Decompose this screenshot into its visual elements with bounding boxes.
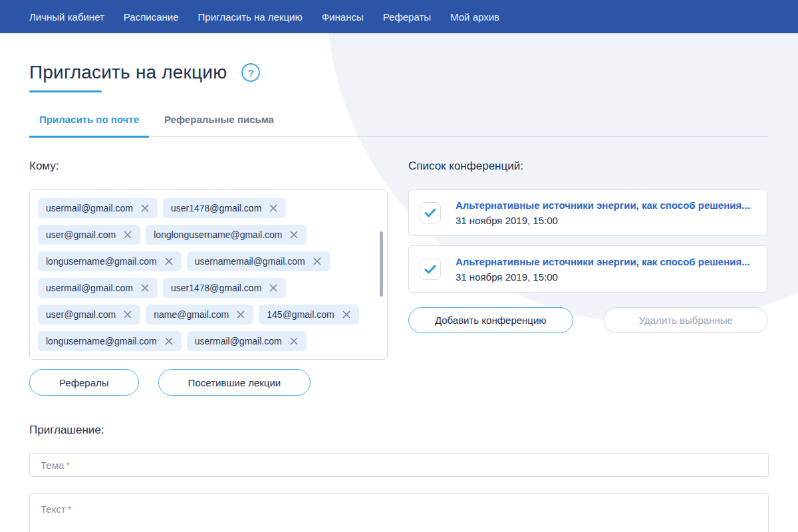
check-icon [424, 265, 436, 274]
conference-title[interactable]: Альтернативные источники энергии, как сп… [456, 200, 750, 211]
email-chip-label: user1478@gmail.com [171, 283, 261, 293]
email-chip-label: usermail@gmail.com [195, 336, 282, 346]
conference-date: 31 ноября 2019, 15:00 [456, 215, 750, 226]
help-glyph: ? [248, 67, 254, 78]
conference-checkbox[interactable] [420, 259, 441, 280]
email-chip: user@gmail.com [38, 305, 140, 325]
top-navigation: Личный кабинет Расписание Пригласить на … [0, 0, 798, 33]
nav-item-schedule[interactable]: Расписание [124, 11, 179, 23]
nav-item-personal-account[interactable]: Личный кабинет [29, 11, 104, 23]
email-chip-label: longlongusername@gmail.com [154, 229, 282, 240]
conference-title[interactable]: Альтернативные источники энергии, как сп… [456, 256, 750, 267]
page-content: Пригласить на лекцию ? Приласить по почт… [0, 62, 798, 532]
conference-date: 31 ноября 2019, 15:00 [456, 271, 750, 283]
remove-email-icon[interactable] [164, 336, 174, 346]
email-chip-label: user1478@gmail.com [171, 203, 261, 213]
email-chip-label: usermail@gmail.com [46, 203, 133, 213]
email-chip: name@gmail.com [146, 305, 253, 325]
subject-input[interactable] [30, 454, 768, 476]
attended-lectures-button[interactable]: Посетившие лекции [158, 369, 311, 396]
nav-item-finances[interactable]: Финансы [322, 11, 364, 23]
scrollbar-thumb[interactable] [380, 231, 383, 297]
title-underline [29, 90, 102, 92]
invitation-label: Приглашение: [29, 424, 769, 437]
nav-item-my-archive[interactable]: Мой архив [450, 11, 499, 23]
email-chip-label: user@gmail.com [46, 309, 116, 320]
email-chip: longusername@gmail.com [38, 331, 182, 351]
email-chip: user1478@gmail.com [163, 278, 286, 298]
nav-item-invite-to-lecture[interactable]: Пригласить на лекцию [198, 11, 303, 23]
conference-card: Альтернативные источники энергии, как сп… [408, 245, 768, 293]
email-chip: usernamemail@gmail.com [187, 251, 330, 271]
remove-email-icon[interactable] [289, 230, 299, 239]
remove-email-icon[interactable] [313, 257, 322, 266]
remove-email-icon[interactable] [236, 310, 245, 319]
email-chips-box[interactable]: usermail@gmail.com user1478@gmail.com us… [29, 189, 388, 360]
remove-email-icon[interactable] [123, 310, 132, 319]
help-icon[interactable]: ? [241, 63, 260, 82]
tab-bar: Приласить по почте Реферальные письма [29, 114, 769, 137]
email-chip-label: user@gmail.com [46, 229, 116, 240]
email-chip: usermail@gmail.com [38, 198, 158, 218]
remove-email-icon[interactable] [269, 283, 278, 293]
email-chip: longlongusername@gmail.com [146, 225, 307, 245]
email-chip-label: 145@gmail.com [267, 309, 334, 320]
remove-email-icon[interactable] [289, 336, 299, 346]
email-chip: longusername@gmail.com [38, 251, 182, 271]
nav-item-referrals[interactable]: Рефераты [383, 11, 431, 23]
remove-email-icon[interactable] [123, 230, 132, 239]
remove-email-icon[interactable] [140, 203, 150, 213]
tab-referral-letters[interactable]: Реферальные письма [154, 114, 284, 136]
conference-card: Альтернативные источники энергии, как сп… [408, 189, 768, 236]
remove-email-icon[interactable] [164, 257, 174, 266]
email-chip-label: usernamemail@gmail.com [195, 256, 305, 267]
email-chip-label: usermail@gmail.com [46, 283, 133, 293]
email-chip: usermail@gmail.com [38, 278, 158, 298]
email-chip: user@gmail.com [38, 225, 140, 245]
remove-email-icon[interactable] [342, 310, 351, 319]
email-chip: 145@gmail.com [259, 305, 358, 325]
remove-email-icon[interactable] [140, 283, 150, 293]
delete-selected-button[interactable]: Удалить выбранные [604, 307, 769, 333]
text-input[interactable] [30, 494, 768, 532]
tab-invite-by-mail[interactable]: Приласить по почте [29, 114, 149, 138]
email-chip: user1478@gmail.com [163, 198, 286, 218]
referrals-button[interactable]: Рефералы [29, 369, 139, 396]
check-icon [424, 208, 436, 217]
subject-field: Тема* [29, 453, 769, 477]
text-field: Текст* [29, 493, 769, 532]
email-chip: usermail@gmail.com [187, 331, 307, 351]
conferences-label: Список конференций: [408, 160, 768, 173]
email-chip-label: longusername@gmail.com [46, 256, 157, 267]
email-chip-label: longusername@gmail.com [46, 336, 157, 346]
remove-email-icon[interactable] [269, 203, 278, 213]
conference-checkbox[interactable] [420, 202, 441, 223]
page-title: Пригласить на лекцию [29, 62, 227, 83]
recipients-label: Кому: [29, 160, 388, 173]
add-conference-button[interactable]: Добавить конференцию [408, 307, 573, 333]
email-chip-label: name@gmail.com [154, 309, 229, 320]
